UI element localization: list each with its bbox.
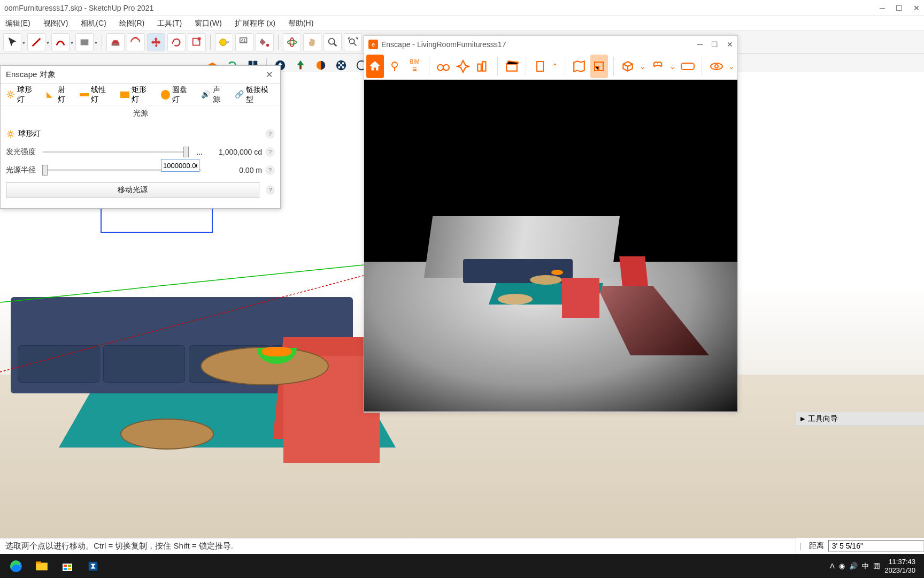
document-icon[interactable] <box>532 55 549 78</box>
chevron-down-icon[interactable]: ⌃ <box>551 55 559 78</box>
floorplan-icon[interactable] <box>590 55 608 78</box>
right-tray: ▶ 工具向导 <box>796 412 924 426</box>
svg-rect-4 <box>225 41 229 43</box>
offset-tool-icon[interactable] <box>127 33 145 51</box>
home-icon[interactable] <box>366 55 384 78</box>
pushpull-tool-icon[interactable] <box>106 33 125 51</box>
svg-point-11 <box>350 39 355 44</box>
tape-tool-icon[interactable] <box>215 33 233 51</box>
help-icon[interactable]: ? <box>265 129 275 139</box>
enscape-objects-dialog: Enscape 对象 ✕ 🔅球形灯 ◣射灯 线性灯 矩形灯 圆盘灯 🔊声源 🔗链… <box>0 65 281 209</box>
svg-rect-44 <box>64 568 67 570</box>
menu-view[interactable]: 视图(V) <box>40 18 72 29</box>
minimize-icon[interactable]: ─ <box>880 4 885 12</box>
menu-window[interactable]: 窗口(W) <box>191 18 225 29</box>
map-icon[interactable] <box>571 55 588 78</box>
help-icon[interactable]: ? <box>265 147 275 157</box>
svg-rect-45 <box>68 568 71 570</box>
chevron-down-icon[interactable]: ⌄ <box>727 55 735 78</box>
sound-source-tab[interactable]: 🔊声源 <box>199 83 229 106</box>
slider-thumb[interactable] <box>183 147 189 157</box>
menu-draw[interactable]: 绘图(R) <box>116 18 148 29</box>
line-tool-icon[interactable] <box>27 33 45 51</box>
scale-tool-icon[interactable] <box>188 33 206 51</box>
dropdown-icon[interactable]: ▾ <box>95 40 97 45</box>
help-icon[interactable]: ? <box>266 185 275 195</box>
compass-icon[interactable] <box>455 55 472 78</box>
light-type-icon: 🔅 <box>6 130 15 138</box>
vr-headset-icon[interactable] <box>679 55 696 78</box>
clapperboard-icon[interactable] <box>503 55 520 78</box>
dropdown-icon[interactable]: ▾ <box>71 40 73 45</box>
spot-light-tab[interactable]: ◣射灯 <box>44 83 74 106</box>
maximize-icon[interactable]: ☐ <box>711 40 718 49</box>
svg-rect-35 <box>681 63 694 70</box>
material-icon[interactable] <box>312 56 330 74</box>
chevron-down-icon[interactable]: ⌄ <box>638 55 646 78</box>
tool-guide-label: 工具向导 <box>808 414 838 424</box>
menu-edit[interactable]: 编辑(E) <box>2 18 34 29</box>
move-tool-icon[interactable] <box>147 33 165 51</box>
sphere-light-tab[interactable]: 🔅球形灯 <box>4 83 41 106</box>
buildings-icon[interactable] <box>474 55 492 78</box>
store-icon[interactable] <box>55 556 80 577</box>
rotate-tool-icon[interactable] <box>167 33 186 51</box>
menu-extensions[interactable]: 扩展程序 (x) <box>232 18 279 29</box>
enscape-logo-icon: e <box>368 40 378 49</box>
pan-tool-icon[interactable] <box>303 33 321 51</box>
dialog-title: Enscape 对象 <box>6 70 56 80</box>
eye-icon[interactable] <box>707 55 725 78</box>
close-icon[interactable]: ✕ <box>913 4 920 12</box>
intensity-input[interactable] <box>161 159 199 172</box>
wifi-icon[interactable]: ◉ <box>839 562 845 570</box>
edge-icon[interactable] <box>3 556 29 577</box>
select-tool-icon[interactable] <box>3 33 21 51</box>
paint-tool-icon[interactable] <box>256 33 274 51</box>
intensity-slider[interactable] <box>42 151 189 153</box>
ime-indicator[interactable]: 中 <box>862 561 869 571</box>
text-tool-icon[interactable]: A1 <box>235 33 253 51</box>
linear-light-tab[interactable]: 线性灯 <box>78 83 115 106</box>
cube-icon[interactable] <box>619 55 636 78</box>
chevron-down-icon[interactable]: ⌄ <box>668 55 676 78</box>
link-model-tab[interactable]: 🔗链接模型 <box>233 83 277 106</box>
close-icon[interactable]: ✕ <box>263 69 275 81</box>
menu-tools[interactable]: 工具(T) <box>154 18 185 29</box>
move-light-button[interactable]: 移动光源 <box>6 182 259 197</box>
distance-input[interactable]: 3' 5 5/16" <box>828 540 924 552</box>
tool-guide-header[interactable]: ▶ 工具向导 <box>796 412 924 426</box>
pin-icon[interactable] <box>386 55 404 78</box>
clock[interactable]: 11:37:43 2023/1/30 <box>884 558 915 574</box>
ime-mode[interactable]: 囲 <box>873 561 880 571</box>
rect-light-tab[interactable]: 矩形灯 <box>118 83 156 106</box>
arc-tool-icon[interactable] <box>51 33 70 51</box>
tree-icon[interactable] <box>291 56 310 74</box>
svg-rect-0 <box>81 40 89 45</box>
dropdown-icon[interactable]: ▾ <box>47 40 49 45</box>
ellipsis-button[interactable]: ... <box>196 148 203 156</box>
minimize-icon[interactable]: ─ <box>697 40 703 49</box>
help-icon[interactable]: ? <box>265 165 275 175</box>
close-icon[interactable]: ✕ <box>727 40 733 49</box>
checker-icon[interactable] <box>332 56 350 74</box>
disc-light-tab[interactable]: 圆盘灯 <box>159 83 196 106</box>
enscape-viewport[interactable] <box>364 80 737 412</box>
bim-icon[interactable]: BIM≡ <box>406 55 424 78</box>
dropdown-icon[interactable]: ▾ <box>22 40 25 45</box>
menu-help[interactable]: 帮助(H) <box>285 18 317 29</box>
binoculars-icon[interactable] <box>435 55 452 78</box>
zoom-extents-tool-icon[interactable] <box>344 33 362 51</box>
butterfly-icon[interactable] <box>649 55 666 78</box>
menu-camera[interactable]: 相机(C) <box>78 18 109 29</box>
volume-icon[interactable]: 🔊 <box>849 562 858 570</box>
maximize-icon[interactable]: ☐ <box>896 4 903 12</box>
orbit-tool-icon[interactable] <box>283 33 301 51</box>
explorer-icon[interactable] <box>29 556 55 577</box>
light-type-tabs: 🔅球形灯 ◣射灯 线性灯 矩形灯 圆盘灯 🔊声源 🔗链接模型 <box>1 84 280 105</box>
slider-thumb[interactable] <box>42 165 48 176</box>
expand-icon: ▶ <box>800 415 805 422</box>
app-icon[interactable] <box>80 556 106 577</box>
tray-chevron-icon[interactable]: ᐱ <box>830 562 835 570</box>
zoom-tool-icon[interactable] <box>324 33 342 51</box>
rectangle-tool-icon[interactable] <box>75 33 94 51</box>
